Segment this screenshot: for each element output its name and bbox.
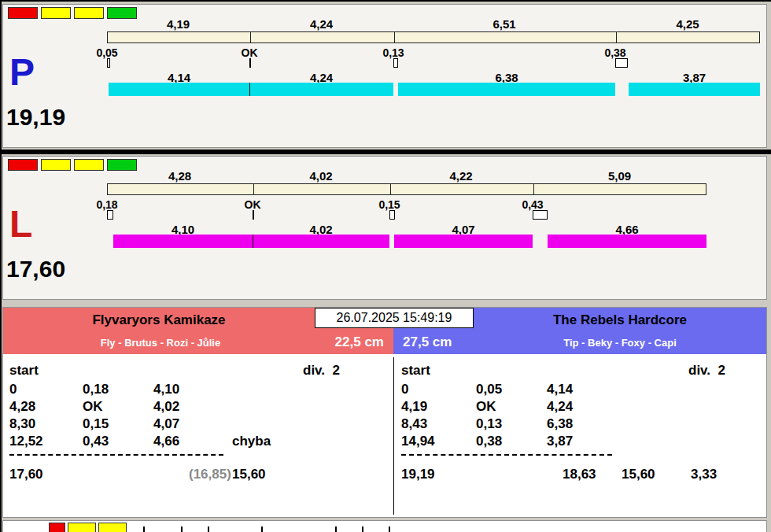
left-team-name: Flyvaryors Kamikaze <box>3 312 315 328</box>
change-gap-mark <box>107 210 113 220</box>
start-label: start <box>9 363 39 379</box>
table-cell: 0,43 <box>83 434 109 449</box>
lane-total-time: 17,60 <box>6 257 65 281</box>
timeline-tick <box>389 526 390 532</box>
split-time: 4,22 <box>389 169 533 183</box>
timeline-tick <box>261 526 263 532</box>
start-light-red-icon <box>8 159 38 171</box>
table-divider <box>393 357 394 515</box>
split-time: 5,09 <box>533 169 706 183</box>
totals-separator <box>9 454 223 456</box>
lane-letter: P <box>9 54 35 91</box>
change-time: 0,38 <box>584 46 647 59</box>
start-light-yellow-icon <box>41 7 71 19</box>
run-bar-divider <box>249 83 250 96</box>
left-jump-height: 22,5 cm <box>266 334 384 350</box>
lane-l-panel: 4,28 4,02 4,22 5,09 0,18 OK 0,15 0,43 4,… <box>2 156 767 300</box>
start-light-red-icon <box>49 523 65 532</box>
table-cell: 3,87 <box>547 434 573 449</box>
split-timeline-bar <box>107 183 706 195</box>
start-light-yellow-icon <box>68 523 96 532</box>
split-divider <box>390 184 391 194</box>
table-cell: OK <box>476 399 496 415</box>
split-time: 4,24 <box>249 17 393 31</box>
change-gap-mark <box>107 58 110 68</box>
change-time: 0,05 <box>76 46 138 59</box>
team-result-time: 19,19 <box>401 467 435 482</box>
dog-run-bar <box>109 83 249 96</box>
change-gap-mark <box>615 58 628 68</box>
change-gap-mark <box>393 58 398 68</box>
start-light-yellow-icon <box>98 523 127 532</box>
split-time: 4,28 <box>107 169 253 183</box>
right-team-name: The Rebels Hardcore <box>474 312 766 328</box>
start-light-yellow-icon <box>41 159 71 171</box>
table-cell: 0,15 <box>83 416 109 432</box>
change-ok-tick <box>253 210 254 220</box>
change-gap-mark <box>533 210 548 220</box>
start-light-yellow-icon <box>74 159 104 171</box>
next-heat-strip <box>2 520 767 532</box>
lane-p-panel: 4,19 4,24 6,51 4,25 0,05 OK 0,13 0,38 4,… <box>2 4 767 148</box>
table-cell: 12,52 <box>9 434 43 449</box>
team-result-time: 17,60 <box>9 467 43 482</box>
table-cell: 4,19 <box>401 399 427 415</box>
dog-run-bar <box>253 235 389 248</box>
totals-separator <box>401 454 612 456</box>
start-label: start <box>401 363 430 379</box>
split-timeline-bar <box>107 31 760 43</box>
split-time: 6,51 <box>393 17 615 31</box>
split-divider <box>250 32 251 42</box>
change-time: 0,13 <box>362 46 425 59</box>
change-time: 0,15 <box>358 198 421 211</box>
change-time: 0,43 <box>501 198 564 211</box>
table-cell: 0,05 <box>476 382 502 397</box>
split-time: 4,19 <box>107 17 249 31</box>
flyball-timer-window: 4,19 4,24 6,51 4,25 0,05 OK 0,13 0,38 4,… <box>0 0 771 532</box>
dog-run-bar <box>629 83 760 96</box>
change-time: OK <box>221 198 284 211</box>
team-best-time: 15,60 <box>622 467 655 482</box>
right-jump-height: 27,5 cm <box>403 334 521 350</box>
results-panel: Flyvaryors Kamikaze The Rebels Hardcore … <box>2 307 767 518</box>
team-secondary-time: (16,85) <box>189 467 231 482</box>
division-label: div. 2 <box>303 363 340 379</box>
table-cell: 4,14 <box>547 382 573 397</box>
dog-run-bar <box>548 235 706 248</box>
table-cell: 0 <box>9 382 17 397</box>
team-best-time: 15,60 <box>232 467 266 482</box>
timeline-tick <box>208 526 209 532</box>
team-diff-time: 3,33 <box>691 467 717 482</box>
timeline-tick <box>335 526 337 532</box>
dog-run-bar <box>249 83 393 96</box>
table-cell: 6,38 <box>547 416 573 432</box>
lane-letter: L <box>9 205 32 243</box>
table-cell: 0,18 <box>83 382 109 397</box>
dog-run-bar <box>394 235 533 248</box>
split-time: 4,25 <box>615 17 760 31</box>
split-time: 4,02 <box>253 169 389 183</box>
run-bar-divider <box>253 235 253 248</box>
timeline-tick <box>362 526 363 532</box>
change-time: 0,18 <box>76 198 138 211</box>
table-cell: 8,43 <box>401 416 427 432</box>
lane-total-time: 19,19 <box>6 105 65 129</box>
split-divider <box>616 32 617 42</box>
table-cell: 4,24 <box>547 399 573 415</box>
dog-run-bar <box>113 235 253 248</box>
split-divider <box>533 184 534 194</box>
split-divider <box>253 184 254 194</box>
table-cell: 4,07 <box>153 416 179 432</box>
change-ok-tick <box>249 58 251 68</box>
table-cell: 8,30 <box>9 416 35 432</box>
timeline-tick <box>181 526 183 532</box>
table-cell: 4,66 <box>153 434 179 449</box>
change-time: OK <box>218 46 281 59</box>
table-cell: OK <box>83 399 103 415</box>
timeline-tick <box>143 526 145 532</box>
division-label: div. 2 <box>688 363 725 379</box>
table-cell: 4,10 <box>153 382 179 397</box>
start-light-red-icon <box>8 7 38 19</box>
lane-separator <box>2 150 771 154</box>
table-cell: 0,13 <box>476 416 502 432</box>
